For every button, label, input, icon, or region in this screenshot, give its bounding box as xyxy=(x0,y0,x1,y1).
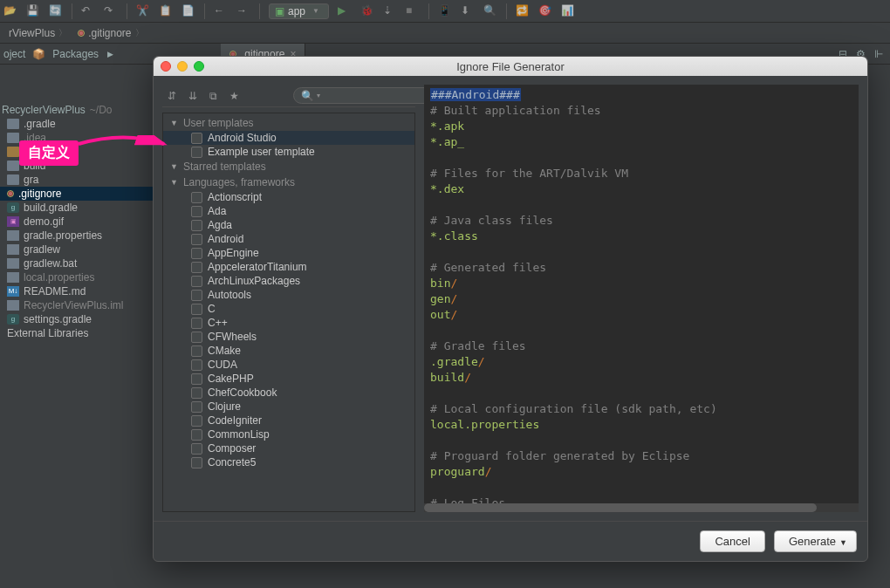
template-group-header[interactable]: ▼User templates xyxy=(163,115,414,131)
template-item[interactable]: ArchLinuxPackages xyxy=(163,274,414,288)
template-item[interactable]: Concrete5 xyxy=(163,455,414,469)
template-item[interactable]: C xyxy=(163,302,414,316)
template-item[interactable]: Example user template xyxy=(163,145,414,159)
template-list[interactable]: ▼User templatesAndroid StudioExample use… xyxy=(162,113,415,512)
breadcrumb-file[interactable]: .gitignore 〉 xyxy=(72,27,148,39)
template-item[interactable]: Clojure xyxy=(163,400,414,414)
template-item[interactable]: AppEngine xyxy=(163,246,414,260)
checkbox[interactable] xyxy=(191,147,202,158)
tree-item[interactable]: .gitignore xyxy=(0,187,157,201)
run-icon[interactable]: ▶ xyxy=(338,4,352,18)
tree-item[interactable]: gsettings.gradle xyxy=(0,312,157,326)
tree-item[interactable]: gradle.properties xyxy=(0,229,157,243)
checkbox[interactable] xyxy=(191,373,202,385)
sdk-icon[interactable]: ⬇ xyxy=(461,4,475,18)
checkbox[interactable] xyxy=(191,387,202,399)
monitor-icon[interactable]: 📊 xyxy=(561,4,575,18)
template-item[interactable]: Autotools xyxy=(163,288,414,302)
run-config-dropdown[interactable]: ▣ app ▼ xyxy=(269,3,329,19)
debug-icon[interactable]: 🐞 xyxy=(360,4,374,18)
copy-icon[interactable]: 📋 xyxy=(159,4,173,18)
template-item[interactable]: ChefCookbook xyxy=(163,386,414,400)
checkbox[interactable] xyxy=(191,133,202,144)
cancel-button[interactable]: Cancel xyxy=(700,530,764,552)
checkbox[interactable] xyxy=(191,206,202,217)
tree-item[interactable]: .gradle xyxy=(0,117,157,131)
tree-item[interactable]: gradlew xyxy=(0,243,157,256)
avd-icon[interactable]: 📱 xyxy=(438,4,452,18)
checkbox[interactable] xyxy=(191,457,202,468)
chevron-right-icon[interactable]: ▶ xyxy=(107,50,113,58)
refresh-icon[interactable]: 🔄 xyxy=(49,4,63,18)
back-icon[interactable]: ← xyxy=(214,4,228,18)
tree-item[interactable]: ▣demo.gif xyxy=(0,215,157,229)
template-item[interactable]: CFWheels xyxy=(163,330,414,344)
checkbox[interactable] xyxy=(191,234,202,245)
breadcrumb-project[interactable]: rViewPlus 〉 xyxy=(3,27,72,39)
tree-item[interactable]: M↓README.md xyxy=(0,284,157,298)
forward-icon[interactable]: → xyxy=(236,4,250,18)
checkbox[interactable] xyxy=(191,429,202,441)
template-item[interactable]: Android Studio xyxy=(163,131,414,145)
template-item[interactable]: CommonLisp xyxy=(163,427,414,441)
template-item[interactable]: CUDA xyxy=(163,358,414,372)
template-item[interactable]: Composer xyxy=(163,441,414,455)
template-item[interactable]: CodeIgniter xyxy=(163,414,414,427)
assistant-icon[interactable]: 🔍 xyxy=(483,4,497,18)
save-icon[interactable]: 💾 xyxy=(26,4,40,18)
minimize-icon[interactable] xyxy=(177,61,188,72)
project-tab[interactable]: oject xyxy=(3,48,25,60)
external-libraries[interactable]: External Libraries xyxy=(0,326,157,340)
generate-button[interactable]: Generate▼ xyxy=(774,530,857,552)
checkbox[interactable] xyxy=(191,415,202,427)
close-icon[interactable] xyxy=(161,61,171,72)
cut-icon[interactable]: ✂️ xyxy=(136,4,150,18)
undo-icon[interactable]: ↶ xyxy=(81,4,95,18)
checkbox[interactable] xyxy=(191,220,202,231)
template-item[interactable]: Agda xyxy=(163,218,414,232)
template-item[interactable]: Actionscript xyxy=(163,190,414,204)
tree-item[interactable]: local.properties xyxy=(0,270,157,284)
checkbox[interactable] xyxy=(191,345,202,357)
hide-icon[interactable]: ⊩ xyxy=(874,48,883,60)
template-item[interactable]: Android xyxy=(163,232,414,246)
template-item[interactable]: CakePHP xyxy=(163,372,414,386)
tree-item[interactable]: RecyclerViewPlus.iml xyxy=(0,298,157,312)
star-icon[interactable]: ★ xyxy=(229,90,239,102)
structure-icon[interactable]: 🎯 xyxy=(538,4,552,18)
tree-item[interactable]: gbuild.gradle xyxy=(0,201,157,215)
checkbox[interactable] xyxy=(191,318,202,329)
checkbox[interactable] xyxy=(191,443,202,455)
checkbox[interactable] xyxy=(191,276,202,287)
tree-item[interactable]: gradlew.bat xyxy=(0,256,157,270)
template-item[interactable]: C++ xyxy=(163,316,414,330)
sync-icon[interactable]: 🔁 xyxy=(516,4,530,18)
checkbox[interactable] xyxy=(191,401,202,413)
packages-tab[interactable]: Packages xyxy=(52,48,99,60)
project-root[interactable]: RecyclerViewPlus ~/Do xyxy=(0,103,157,117)
stop-icon[interactable]: ■ xyxy=(406,4,420,18)
preview-pane[interactable]: ###Android#### Built application files*.… xyxy=(424,85,859,512)
attach-icon[interactable]: ⇣ xyxy=(383,4,397,18)
checkbox[interactable] xyxy=(191,332,202,343)
collapse-all-icon[interactable]: ⇊ xyxy=(188,90,197,102)
maximize-icon[interactable] xyxy=(194,61,204,72)
tree-item[interactable]: gra xyxy=(0,173,157,187)
expand-all-icon[interactable]: ⇵ xyxy=(168,90,176,102)
redo-icon[interactable]: ↷ xyxy=(104,4,118,18)
checkbox[interactable] xyxy=(191,359,202,371)
template-item[interactable]: Ada xyxy=(163,204,414,218)
checkbox[interactable] xyxy=(191,290,202,301)
checkbox[interactable] xyxy=(191,192,202,203)
paste-icon[interactable]: 📄 xyxy=(181,4,195,18)
copy-icon[interactable]: ⧉ xyxy=(209,90,217,102)
template-item[interactable]: CMake xyxy=(163,344,414,358)
horizontal-scrollbar[interactable] xyxy=(424,503,859,512)
template-group-header[interactable]: ▼Languages, frameworks xyxy=(163,174,414,190)
open-icon[interactable]: 📂 xyxy=(3,4,17,18)
template-group-header[interactable]: ▼Starred templates xyxy=(163,159,414,174)
checkbox[interactable] xyxy=(191,248,202,259)
checkbox[interactable] xyxy=(191,262,202,273)
checkbox[interactable] xyxy=(191,304,202,315)
template-item[interactable]: AppceleratorTitanium xyxy=(163,260,414,274)
